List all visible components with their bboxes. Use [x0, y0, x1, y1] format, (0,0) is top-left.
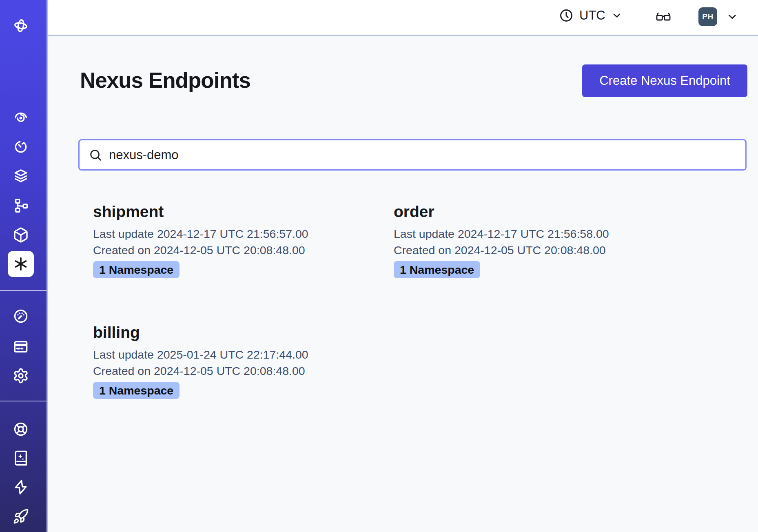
deployments-cube-icon[interactable] — [11, 225, 31, 245]
docs-book-icon[interactable] — [11, 448, 31, 468]
endpoint-last-update: Last update 2024-12-17 UTC 21:56:57.00 — [93, 226, 394, 242]
endpoint-card[interactable]: order Last update 2024-12-17 UTC 21:56:5… — [394, 202, 694, 278]
endpoint-name: order — [394, 202, 694, 222]
endpoint-name: billing — [93, 322, 394, 343]
endpoint-card[interactable]: billing Last update 2025-01-24 UTC 22:17… — [93, 322, 394, 399]
workflows-spiral-icon[interactable] — [11, 107, 31, 127]
avatar: PH — [698, 7, 717, 26]
clock-icon — [559, 8, 574, 23]
timezone-label: UTC — [579, 8, 605, 23]
sidebar-divider — [0, 401, 47, 401]
sidebar-divider — [0, 290, 47, 291]
sidebar — [0, 0, 48, 532]
batch-layers-icon[interactable] — [11, 166, 31, 186]
usage-gauge-icon[interactable] — [11, 306, 31, 326]
namespace-badge: 1 Namespace — [93, 382, 180, 399]
search-icon — [89, 148, 102, 162]
feedback-lightning-icon[interactable] — [11, 477, 31, 497]
settings-gear-icon[interactable] — [11, 366, 31, 386]
endpoint-name: shipment — [93, 202, 394, 222]
account-menu[interactable]: PH — [698, 7, 738, 26]
namespace-badge: 1 Namespace — [394, 261, 480, 278]
search-box — [78, 139, 747, 171]
temporal-logo[interactable] — [11, 16, 31, 35]
task-queues-branch-icon[interactable] — [11, 196, 31, 215]
nexus-asterisk-icon[interactable] — [8, 251, 34, 277]
endpoint-card[interactable]: shipment Last update 2024-12-17 UTC 21:5… — [93, 202, 394, 278]
billing-window-icon[interactable] — [11, 337, 31, 357]
endpoint-created: Created on 2024-12-05 UTC 20:08:48.00 — [394, 242, 694, 258]
search-input[interactable] — [109, 140, 736, 169]
endpoint-created: Created on 2024-12-05 UTC 20:08:48.00 — [93, 242, 394, 258]
endpoint-last-update: Last update 2024-12-17 UTC 21:56:58.00 — [394, 226, 694, 242]
support-lifebuoy-icon[interactable] — [11, 419, 31, 439]
timezone-selector[interactable]: UTC — [559, 5, 623, 26]
endpoint-created: Created on 2024-12-05 UTC 20:08:48.00 — [93, 363, 394, 379]
page-title: Nexus Endpoints — [80, 68, 250, 93]
labs-toggle[interactable] — [652, 7, 675, 25]
app-root: UTC PH Nexus Endpoints Create Nexus Endp… — [0, 0, 758, 532]
endpoint-card-grid: shipment Last update 2024-12-17 UTC 21:5… — [93, 202, 697, 399]
getting-started-rocket-icon[interactable] — [11, 507, 31, 526]
schedules-timer-icon[interactable] — [11, 137, 31, 156]
chevron-down-icon — [726, 11, 738, 23]
topbar: UTC PH — [48, 0, 758, 36]
chevron-down-icon — [611, 10, 623, 21]
glasses-icon — [653, 8, 674, 24]
namespace-badge: 1 Namespace — [93, 261, 180, 278]
create-nexus-endpoint-button[interactable]: Create Nexus Endpoint — [582, 64, 747, 97]
endpoint-last-update: Last update 2025-01-24 UTC 22:17:44.00 — [93, 346, 394, 363]
